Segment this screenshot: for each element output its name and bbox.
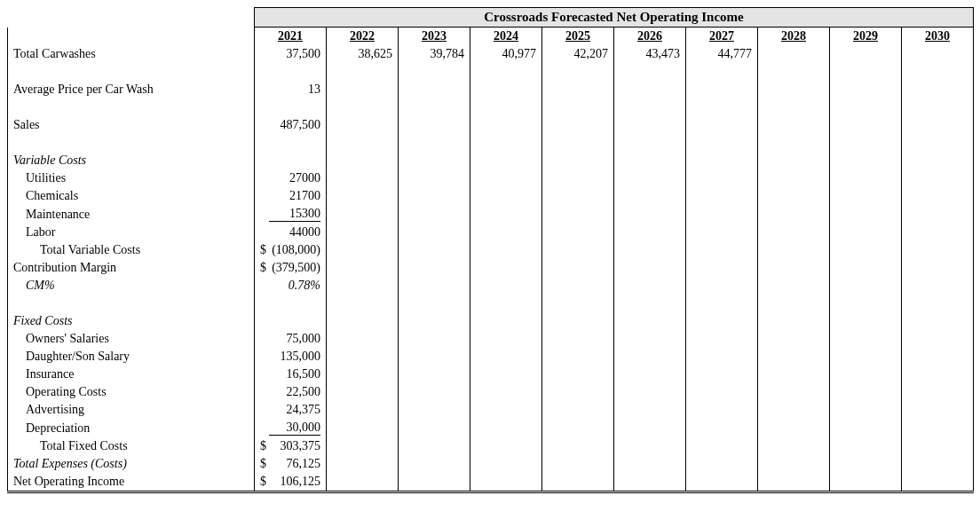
label: Sales bbox=[8, 116, 255, 134]
val-2021: 27000 bbox=[255, 169, 327, 187]
forecast-table: Crossroads Forecasted Net Operating Inco… bbox=[7, 7, 974, 493]
year-2024: 2024 bbox=[470, 28, 542, 46]
year-2022: 2022 bbox=[327, 28, 399, 46]
year-2026: 2026 bbox=[614, 28, 686, 46]
row-total-carwashes: Total Carwashes 37,500 38,625 39,784 40,… bbox=[8, 45, 974, 63]
val-2026: 43,473 bbox=[614, 45, 686, 63]
val-2025: 42,207 bbox=[542, 45, 614, 63]
label: Variable Costs bbox=[8, 152, 255, 169]
val-2024: 40,977 bbox=[470, 45, 542, 63]
label: Net Operating Income bbox=[8, 473, 255, 492]
year-2028: 2028 bbox=[758, 28, 830, 46]
label: Chemicals bbox=[8, 187, 255, 205]
label: Total Expenses (Costs) bbox=[8, 455, 255, 473]
row-insurance: Insurance 16,500 bbox=[8, 366, 974, 383]
row-utilities: Utilities 27000 bbox=[8, 169, 974, 187]
row-contribution-margin: Contribution Margin $(379,500) bbox=[8, 259, 974, 277]
val-2021: $106,125 bbox=[255, 473, 327, 492]
row-blank bbox=[8, 134, 974, 152]
val-2021: $(108,000) bbox=[255, 241, 327, 259]
val-2021: 16,500 bbox=[255, 366, 327, 383]
row-blank bbox=[8, 63, 974, 81]
val-2021: 487,500 bbox=[255, 116, 327, 134]
row-daughter-son: Daughter/Son Salary 135,000 bbox=[8, 348, 974, 366]
val-2021: 75,000 bbox=[255, 330, 327, 348]
row-operating-costs: Operating Costs 22,500 bbox=[8, 383, 974, 401]
row-cm-pct: CM% 0.78% bbox=[8, 277, 974, 295]
year-2030: 2030 bbox=[902, 28, 974, 46]
label: Owners' Salaries bbox=[8, 330, 255, 348]
label: Total Carwashes bbox=[8, 45, 255, 63]
label: CM% bbox=[8, 277, 255, 295]
label: Labor bbox=[8, 224, 255, 241]
row-variable-heading: Variable Costs bbox=[8, 152, 974, 169]
row-total-variable: Total Variable Costs $(108,000) bbox=[8, 241, 974, 259]
label: Utilities bbox=[8, 169, 255, 187]
val-2021: 135,000 bbox=[255, 348, 327, 366]
val-2021: 37,500 bbox=[255, 45, 327, 63]
row-blank bbox=[8, 295, 974, 312]
year-header-row: 2021 2022 2023 2024 2025 2026 2027 2028 … bbox=[8, 28, 974, 46]
row-depreciation: Depreciation 30,000 bbox=[8, 419, 974, 437]
label: Daughter/Son Salary bbox=[8, 348, 255, 366]
val-2023: 39,784 bbox=[399, 45, 470, 63]
val-2021: $303,375 bbox=[255, 437, 327, 455]
val-2027: 44,777 bbox=[686, 45, 758, 63]
label: Fixed Costs bbox=[8, 312, 255, 330]
val-2021: 0.78% bbox=[255, 277, 327, 295]
val-2021: 44000 bbox=[255, 224, 327, 241]
year-2029: 2029 bbox=[830, 28, 902, 46]
val-2021: 13 bbox=[255, 81, 327, 98]
row-avg-price: Average Price per Car Wash 13 bbox=[8, 81, 974, 98]
row-fixed-heading: Fixed Costs bbox=[8, 312, 974, 330]
row-chemicals: Chemicals 21700 bbox=[8, 187, 974, 205]
year-2021: 2021 bbox=[255, 28, 327, 46]
label: Total Fixed Costs bbox=[8, 437, 255, 455]
row-blank bbox=[8, 98, 974, 116]
row-total-expenses: Total Expenses (Costs) $76,125 bbox=[8, 455, 974, 473]
row-labor: Labor 44000 bbox=[8, 224, 974, 241]
val-2021: $76,125 bbox=[255, 455, 327, 473]
label: Advertising bbox=[8, 401, 255, 419]
val-2021: 21700 bbox=[255, 187, 327, 205]
year-2025: 2025 bbox=[542, 28, 614, 46]
label: Average Price per Car Wash bbox=[8, 81, 255, 98]
row-owners-salaries: Owners' Salaries 75,000 bbox=[8, 330, 974, 348]
label: Contribution Margin bbox=[8, 259, 255, 277]
val-2021: 15300 bbox=[255, 205, 327, 224]
val-2022: 38,625 bbox=[327, 45, 399, 63]
val-2021: 30,000 bbox=[255, 419, 327, 437]
table-title: Crossroads Forecasted Net Operating Inco… bbox=[255, 8, 974, 28]
val-2021: 22,500 bbox=[255, 383, 327, 401]
year-2023: 2023 bbox=[399, 28, 470, 46]
title-row: Crossroads Forecasted Net Operating Inco… bbox=[8, 8, 974, 28]
row-net-income: Net Operating Income $106,125 bbox=[8, 473, 974, 492]
val-2021: $(379,500) bbox=[255, 259, 327, 277]
label: Operating Costs bbox=[8, 383, 255, 401]
label: Depreciation bbox=[8, 419, 255, 437]
label: Total Variable Costs bbox=[8, 241, 255, 259]
year-2027: 2027 bbox=[686, 28, 758, 46]
val-2021: 24,375 bbox=[255, 401, 327, 419]
label: Insurance bbox=[8, 366, 255, 383]
row-advertising: Advertising 24,375 bbox=[8, 401, 974, 419]
row-total-fixed: Total Fixed Costs $303,375 bbox=[8, 437, 974, 455]
row-maintenance: Maintenance 15300 bbox=[8, 205, 974, 224]
label: Maintenance bbox=[8, 205, 255, 224]
row-sales: Sales 487,500 bbox=[8, 116, 974, 134]
